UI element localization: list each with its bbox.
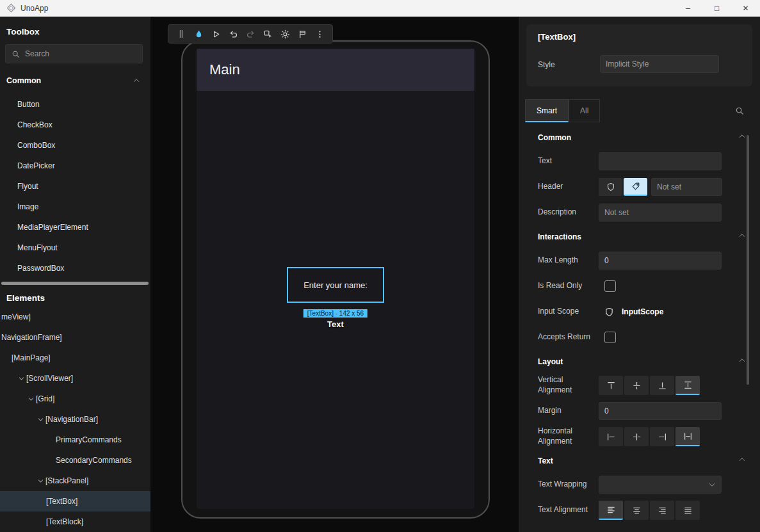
device-frame: Main Enter your name: [TextBox] - 142 x … [181, 40, 490, 519]
chevron-up-icon[interactable] [738, 456, 746, 465]
valign-stretch-button[interactable] [675, 376, 700, 395]
toolbox-item-menuflyout[interactable]: MenuFlyout [0, 238, 150, 258]
section-common[interactable]: Common [519, 126, 760, 149]
valign-center-button[interactable] [624, 376, 649, 395]
tree-item-stackpanel[interactable]: [StackPanel] [0, 471, 150, 491]
toolbox-item-checkbox[interactable]: CheckBox [0, 115, 150, 135]
tree-item-mainpage[interactable]: [MainPage] [0, 348, 150, 368]
vertical-alignment-label: Vertical Alignment [538, 375, 599, 395]
text-align-left-button[interactable] [599, 501, 623, 520]
header-input[interactable] [651, 178, 722, 196]
row-input-scope: Input Scope InputScope [519, 299, 760, 325]
halign-right-button[interactable] [650, 427, 674, 446]
style-label: Style [538, 60, 555, 69]
toolbox-item-combobox[interactable]: ComboBox [0, 135, 150, 156]
tree-item-textblock[interactable]: [TextBlock] [0, 512, 150, 532]
toolbox-item-image[interactable]: Image [0, 197, 150, 217]
halign-left-button[interactable] [599, 427, 623, 446]
toolbox-section-common[interactable]: Common [0, 70, 150, 92]
tab-all[interactable]: All [569, 99, 600, 122]
text-align-right-button[interactable] [650, 501, 674, 520]
textbox-content: Enter your name: [303, 280, 368, 290]
style-input[interactable] [600, 55, 719, 73]
literal-tag-toggle[interactable] [624, 178, 647, 196]
toolbox-item-flyout[interactable]: Flyout [0, 176, 150, 197]
chevron-down-icon[interactable] [17, 375, 26, 382]
design-canvas[interactable]: Main Enter your name: [TextBox] - 142 x … [150, 17, 519, 532]
section-interactions[interactable]: Interactions [519, 225, 760, 248]
halign-stretch-button[interactable] [675, 427, 700, 446]
text-align-justify-button[interactable] [675, 501, 700, 520]
tree-item-primarycommands[interactable]: PrimaryCommands [0, 430, 150, 450]
row-vertical-alignment: Vertical Alignment [519, 373, 760, 398]
close-button[interactable]: ✕ [731, 0, 760, 17]
more-options-button[interactable] [312, 27, 327, 41]
undo-button[interactable] [226, 27, 240, 41]
play-button[interactable] [209, 27, 223, 41]
tab-smart[interactable]: Smart [525, 99, 569, 122]
text-input[interactable] [599, 152, 722, 170]
property-tabs: Smart All [525, 99, 752, 122]
tree-item-scrollviewer[interactable]: [ScrollViewer] [0, 368, 150, 389]
tree-item-grid[interactable]: [Grid] [0, 389, 150, 409]
preview-body[interactable]: Enter your name: [TextBox] - 142 x 56 Te… [197, 91, 474, 509]
element-picker-button[interactable] [261, 27, 275, 41]
tree-item-navigationbar[interactable]: [NavigationBar] [0, 409, 150, 430]
input-scope-value[interactable]: InputScope [622, 307, 663, 316]
chevron-down-icon[interactable] [26, 396, 36, 403]
chevron-up-icon[interactable] [738, 133, 746, 142]
max-length-input[interactable] [599, 252, 722, 270]
theme-toggle-button[interactable] [278, 27, 292, 41]
chevron-down-icon[interactable] [36, 478, 45, 485]
textblock-element[interactable]: Text [327, 319, 344, 329]
toolbox-item-button[interactable]: Button [0, 94, 150, 115]
app-window: UnoApp – □ ✕ Toolbox Common [0, 0, 760, 532]
is-read-only-checkbox[interactable] [604, 280, 616, 292]
selected-textbox-element[interactable]: Enter your name: [287, 267, 384, 303]
flag-button[interactable] [295, 27, 309, 41]
chevron-up-icon[interactable] [133, 77, 140, 85]
elements-tree: meView] NavigationFrame] [MainPage] [Scr… [0, 307, 150, 532]
description-input[interactable] [599, 204, 722, 222]
toolbox-search[interactable] [5, 44, 143, 63]
toolbox-item-passwordbox[interactable]: PasswordBox [0, 258, 150, 278]
properties-vertical-scrollbar[interactable] [747, 135, 749, 385]
app-title: UnoApp [20, 4, 48, 13]
text-wrapping-select[interactable] [599, 476, 722, 494]
toolbox-item-datepicker[interactable]: DatePicker [0, 156, 150, 176]
scrollbar-thumb[interactable] [1, 282, 149, 285]
row-max-length: Max Length [519, 248, 760, 273]
minimize-button[interactable]: – [674, 0, 702, 17]
hot-reload-flame-icon[interactable] [191, 27, 206, 41]
drag-handle-icon[interactable] [174, 27, 188, 41]
valign-top-button[interactable] [599, 376, 623, 395]
chevron-up-icon[interactable] [738, 357, 746, 366]
toolbox-horizontal-scrollbar[interactable] [0, 281, 150, 286]
maximize-button[interactable]: □ [702, 0, 731, 17]
section-common-label: Common [538, 133, 571, 142]
accepts-return-checkbox[interactable] [604, 332, 616, 343]
description-label: Description [538, 207, 599, 218]
halign-center-button[interactable] [624, 427, 649, 446]
toolbox-item-mediaplayerelement[interactable]: MediaPlayerElement [0, 217, 150, 238]
tree-item-navigationframe[interactable]: NavigationFrame] [0, 327, 150, 348]
tree-item-textbox[interactable]: [TextBox] [0, 491, 150, 512]
canvas-toolbar [168, 24, 333, 44]
section-layout[interactable]: Layout [519, 350, 760, 373]
redo-button[interactable] [243, 27, 257, 41]
search-input[interactable] [25, 49, 136, 58]
text-align-center-button[interactable] [624, 501, 649, 520]
tree-item-label: [TextBox] [46, 497, 77, 506]
is-read-only-label: Is Read Only [538, 281, 599, 291]
tree-item-secondarycommands[interactable]: SecondaryCommands [0, 450, 150, 471]
tree-item-frameview[interactable]: meView] [0, 307, 150, 327]
binding-shield-toggle[interactable] [599, 178, 622, 196]
valign-bottom-button[interactable] [650, 376, 674, 395]
chevron-up-icon[interactable] [738, 232, 746, 241]
preview-navigation-bar[interactable]: Main [197, 49, 474, 91]
search-properties-icon[interactable] [733, 104, 746, 117]
app-preview-screen[interactable]: Main Enter your name: [TextBox] - 142 x … [197, 49, 474, 509]
margin-input[interactable] [599, 402, 722, 420]
chevron-down-icon[interactable] [36, 416, 45, 423]
section-text[interactable]: Text [519, 449, 760, 472]
